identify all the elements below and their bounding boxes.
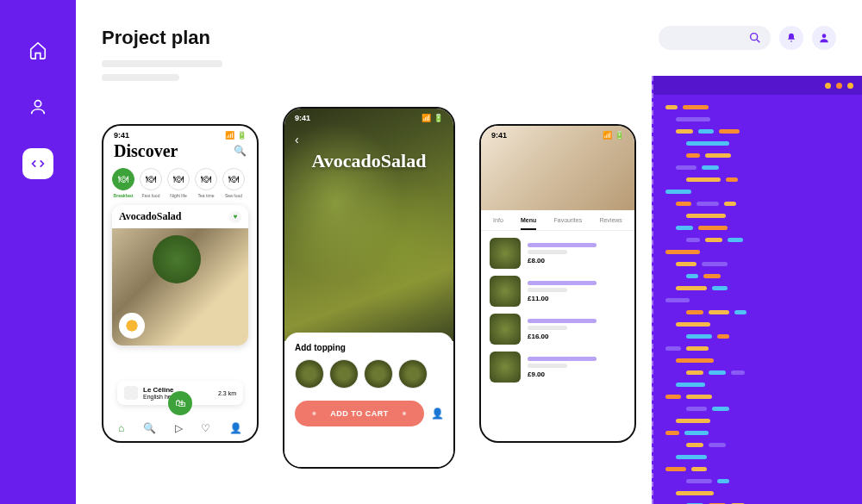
card-header: AvocadoSalad ♥ [112,205,248,228]
topping-row [295,359,443,389]
tab-info[interactable]: Info [493,217,503,230]
sidebar-item-home[interactable] [22,34,53,65]
category-item[interactable]: 🍽Breakfast [112,168,134,198]
nav-search-icon[interactable]: 🔍 [143,422,156,434]
status-icons: 📶 🔋 [603,131,624,140]
menu-item[interactable]: £16.00 [490,314,626,345]
menu-item[interactable]: £9.00 [490,352,626,383]
card-image [112,228,248,345]
code-line [665,491,850,495]
menu-price: £16.00 [528,333,626,340]
status-time: 9:41 [295,114,310,122]
favorite-button[interactable]: ♥ [229,211,241,223]
code-line [665,322,850,327]
topping-label: Add topping [295,343,443,352]
code-line [665,443,850,447]
venue-distance: 2.3 km [218,390,236,396]
menu-item[interactable]: £8.00 [490,238,626,269]
code-icon [28,154,47,173]
card-title: AvocadoSalad [119,210,181,223]
top-right-controls [659,26,836,50]
account-button[interactable] [812,26,836,50]
nav-home-icon[interactable]: ⌂ [118,422,124,434]
code-line [665,129,850,134]
tab-favourites[interactable]: Favourites [554,217,583,230]
menu-thumb [490,314,521,345]
category-item[interactable]: 🍽Fast food [140,168,162,198]
code-line [665,238,850,242]
code-line [665,431,850,435]
status-bar: 9:41 📶 🔋 [284,109,453,124]
code-line [665,226,850,230]
category-item[interactable]: 🍽Night life [167,168,190,198]
code-line [665,370,850,375]
tab-reviews[interactable]: Reviews [599,217,622,230]
code-line [665,298,850,302]
code-line [665,455,850,459]
bottom-nav: ⌂ 🔍 ▷ ♡ 👤 [103,415,257,441]
code-line [665,274,850,278]
venue-icon [124,386,138,400]
menu-price: £11.00 [528,295,626,302]
status-time: 9:41 [114,131,129,140]
code-line [665,310,850,314]
code-line [665,419,850,423]
status-bar: 9:41 📶 🔋 [481,126,634,141]
status-icons: 📶 🔋 [422,114,443,122]
phone-menu: 9:41 📶 🔋 InfoMenuFavouritesReviews £8.00… [479,124,636,443]
code-panel-header [653,76,862,95]
category-item[interactable]: 🍽Tea time [195,168,217,198]
sidebar-item-code[interactable] [22,148,53,179]
code-panel [652,76,862,504]
window-dot [847,83,853,89]
home-icon [28,40,47,59]
menu-item[interactable]: £11.00 [490,276,626,307]
code-line [665,358,850,363]
code-line [665,177,850,182]
code-line [665,383,850,387]
user-icon [818,32,830,44]
nav-user-icon[interactable]: 👤 [229,422,242,434]
menu-thumb [490,238,521,269]
window-dot [825,83,831,89]
code-line [665,479,850,483]
window-dot [836,83,842,89]
nav-play-icon[interactable]: ▷ [175,422,183,434]
user-icon [28,97,47,116]
status-bar: 9:41 📶 🔋 [103,126,257,141]
code-line [665,407,850,411]
code-line [665,153,850,158]
product-title: AvocadoSalad [284,150,453,172]
bell-icon [785,32,797,44]
menu-thumb [490,352,521,383]
search-input[interactable] [659,26,771,50]
menu-price: £9.00 [528,370,626,378]
sidebar [0,0,76,504]
fab-button[interactable]: 🛍 [168,391,192,415]
profile-icon[interactable]: 👤 [431,408,443,420]
tab-menu[interactable]: Menu [521,217,536,230]
topbar: Project plan [76,0,862,50]
code-line [665,346,850,351]
code-line [665,395,850,399]
topping-option[interactable] [295,359,324,389]
code-line [665,214,850,218]
code-line [665,286,850,290]
sidebar-item-profile[interactable] [22,91,53,122]
menu-tabs: InfoMenuFavouritesReviews [481,210,634,231]
topping-option[interactable] [364,359,393,389]
nav-heart-icon[interactable]: ♡ [201,422,210,434]
code-line [665,105,850,109]
back-button[interactable]: ‹ [295,133,299,146]
topping-option[interactable] [329,359,359,389]
code-lines [653,95,862,504]
code-line [665,334,850,339]
add-to-cart-button[interactable]: ADD TO CART [295,401,424,426]
notifications-button[interactable] [779,26,803,50]
category-item[interactable]: 🍽Sea food [222,168,245,198]
phone-discover: 9:41 📶 🔋 Discover 🔍 🍽Breakfast🍽Fast food… [102,124,259,443]
category-row: 🍽Breakfast🍽Fast food🍽Night life🍽Tea time… [103,161,257,205]
topping-option[interactable] [398,359,428,389]
search-icon[interactable]: 🔍 [234,145,247,158]
featured-card[interactable]: AvocadoSalad ♥ [112,205,248,345]
